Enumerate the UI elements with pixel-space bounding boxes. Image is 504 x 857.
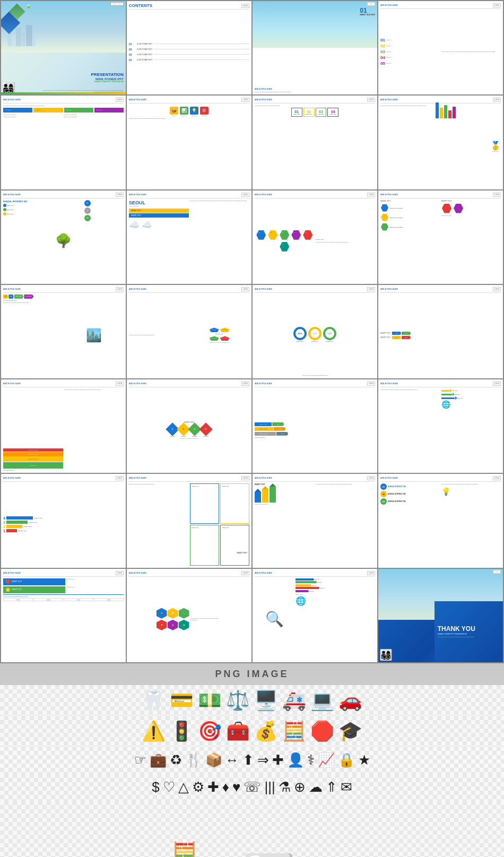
png-calculator-icon: 🧮 — [282, 720, 306, 742]
slide-24[interactable]: ADD A TITLE SLIDE LOGO 01 ASADAL INTERNE… — [378, 474, 503, 567]
slide-13[interactable]: ADD A TITLE SLIDE LOGO 01 02 03 TEXT 04 … — [1, 285, 126, 378]
thank-you-text: THANK YOU — [438, 626, 475, 633]
png-photo-area: 🧮 🚨 🛑 🪙 💰 👨‍👩‍👧 🍃 🌿 — [0, 801, 504, 857]
slide-16[interactable]: ADD A TITLE SLIDE LOGO INSERT TEXT TEXT … — [378, 285, 503, 378]
png-toolbox-icon: 🧰 — [226, 720, 250, 742]
slide-thank-you[interactable]: 👨‍👩‍👧‍👦 THANK YOU ASADAL POWER PPT PRESE… — [378, 569, 503, 662]
slide-10[interactable]: ADD A TITLE SLIDE LOGO SEOUL Click to ad… — [127, 191, 251, 284]
slide-2-logo: LOGO — [241, 4, 249, 8]
icon-star: ★ — [358, 752, 370, 768]
slide-9[interactable]: ADD A TITLE SLIDE LOGO ASADAL INTERNET I… — [1, 191, 126, 284]
slide-3-add-title: ADD A TITLE SLIDE — [255, 88, 375, 90]
icon-bag: 💼 — [150, 752, 167, 768]
icon-person: 👤 — [287, 752, 304, 768]
outline-icon-11: ⊕ — [294, 779, 306, 795]
icon-recycle: ♻ — [170, 752, 182, 768]
icon-fork-knife: 🍴 — [185, 752, 202, 768]
png-tooth-icon: 🦷 — [142, 689, 166, 712]
slide-11[interactable]: ADD A TITLE SLIDE LOGO 01 02 03 04 05 06… — [253, 191, 377, 284]
slide-19[interactable]: ADD A TITLE SLIDE LOGO INSERT TEXT TEXT … — [253, 379, 377, 473]
thank-you-brand: ASADAL POWER PPT PRESENTATION — [438, 633, 467, 635]
outline-icon-2: ♡ — [163, 779, 175, 795]
icon-flow: ⇒ — [257, 752, 269, 768]
slide-3-logo: LOGO — [367, 2, 375, 6]
png-scale-icon: ⚖️ — [226, 689, 250, 712]
hero-title: PRESENTATION — [91, 73, 124, 77]
slide-3[interactable]: LOGO 01 INSERT TITLE TEXT ADD A TITLE SL… — [253, 1, 377, 94]
icon-hand: ☞ — [134, 752, 146, 768]
outline-icon-8: ☏ — [244, 779, 261, 795]
png-people-figure: 👨‍👩‍👧 — [242, 852, 296, 857]
slide-6[interactable]: ADD A TITLE SLIDE LOGO 📦 ADD TEXT 📊 ADD … — [127, 96, 251, 189]
contents-item-1: 01 CLICK TO ADD TEXT — [129, 42, 249, 46]
outline-icon-5: ✚ — [207, 779, 219, 795]
png-calc-item: 🧮 🚨 🛑 — [171, 841, 198, 857]
icon-plus: ✚ — [272, 752, 284, 768]
slide-25[interactable]: ADD A TITLE SLIDE LOGO ❤️ INSERT TEXT Lo… — [1, 569, 126, 662]
png-creditcard-icon: 💳 — [170, 689, 194, 712]
icon-chart: 📈 — [318, 752, 335, 768]
slide-5[interactable]: ADD A TITLE SLIDE LOGO Lorem ipsum dolor… — [1, 96, 126, 189]
slide-7[interactable]: ADD A TITLE SLIDE LOGO Lorem ipsum dolor… — [253, 96, 377, 189]
png-section-title: PNG IMAGE — [0, 669, 504, 680]
png-traffic-icon: 🚦 — [170, 720, 194, 742]
icon-arrow-up: ⬆ — [242, 752, 254, 768]
slide-3-insert-title: INSERT TITLE TEXT — [360, 14, 375, 16]
slide-18[interactable]: ADD A TITLE SLIDE LOGO INSERT TEXT 01 AD… — [127, 379, 251, 473]
slide-contents[interactable]: CONTENTS LOGO 01 CLICK TO ADD TEXT 02 CL… — [127, 1, 251, 94]
slide-17[interactable]: ADD A TITLE SLIDE LOGO INSERT TITLE TEXT… — [1, 379, 126, 473]
contents-item-2: 02 CLICK TO ADD TEXT — [129, 48, 249, 51]
png-money-icon: 💵 — [198, 689, 222, 712]
icon-medical: ⚕ — [307, 752, 315, 768]
main-container: 🍃 INSERT LOGO 👨‍👩‍👧‍👦 PRESENTATION WIDE … — [0, 0, 504, 857]
outline-icon-4: ⚙ — [192, 779, 204, 795]
slide-hero[interactable]: 🍃 INSERT LOGO 👨‍👩‍👧‍👦 PRESENTATION WIDE … — [1, 1, 126, 94]
png-line-icons: ☞ 💼 ♻ 🍴 📦 ↔ ⬆ ⇒ ✚ 👤 ⚕ 📈 🔒 ★ — [0, 747, 504, 774]
outline-icon-13: ⇑ — [326, 779, 337, 795]
slide-14[interactable]: ADD A TITLE SLIDE LOGO Lorem ipsum dolor… — [127, 285, 251, 378]
outline-icon-14: ✉ — [341, 779, 352, 795]
png-row-1: 🦷 💳 💵 ⚖️ 🖥️ 🚑 💻 🚗 — [0, 685, 504, 716]
hero-brand: ASADAL POWER PPT PRESENTATION — [91, 81, 124, 83]
png-ambulance-icon: 🚑 — [282, 689, 306, 712]
png-stop-icon: 🛑 — [310, 720, 334, 742]
slide-20[interactable]: ADD A TITLE SLIDE LOGO Lorem ipsum dolor… — [378, 379, 503, 473]
slide-22[interactable]: ADD A TITLE SLIDE LOGO Lorem ipsum dolor… — [127, 474, 251, 567]
png-server-icon: 🖥️ — [254, 689, 278, 712]
slide-27[interactable]: ADD A TITLE SLIDE LOGO 🔍 TEXT 01 — [253, 569, 377, 662]
outline-icon-12: ☁ — [309, 779, 323, 795]
icon-lock: 🔒 — [338, 752, 355, 768]
png-outline-icons: $ ♡ △ ⚙ ✚ ♦ ♥ ☏ ||| ⚗ ⊕ ☁ ⇑ ✉ — [0, 774, 504, 801]
slide-26[interactable]: ADD A TITLE SLIDE LOGO 📦 📊 🔧 💡 🎯 — [127, 569, 251, 662]
slide-21[interactable]: ADD A TITLE SLIDE LOGO 4 INSERT TEXT 3 I… — [1, 474, 126, 567]
png-car-icon: 🚗 — [338, 689, 362, 712]
png-section: PNG IMAGE 🦷 💳 💵 ⚖️ 🖥️ 🚑 💻 🚗 ⚠️ 🚦 🎯 🧰 💰 🧮… — [0, 663, 504, 857]
slide-2-title: CONTENTS — [129, 3, 152, 8]
contents-item-4: 04 CLICK TO ADD TEXT — [129, 58, 249, 62]
slide-23[interactable]: ADD A TITLE SLIDE LOGO INSERT TEXT — [253, 474, 377, 567]
outline-icon-3: △ — [178, 779, 189, 795]
slide-2-header: CONTENTS LOGO — [129, 3, 249, 10]
outline-icon-9: ||| — [264, 779, 275, 795]
thank-you-logo: LOGO — [493, 570, 501, 574]
png-cap-icon: 🎓 — [338, 720, 362, 742]
png-row-2: ⚠️ 🚦 🎯 🧰 💰 🧮 🛑 🎓 — [0, 716, 504, 747]
slide-grid: 🍃 INSERT LOGO 👨‍👩‍👧‍👦 PRESENTATION WIDE … — [0, 0, 504, 663]
icon-arrows: ↔ — [225, 752, 239, 768]
contents-item-3: 03 CLICK TO ADD TEXT — [129, 53, 249, 56]
slide-8[interactable]: ADD A TITLE SLIDE LOGO Lorem ipsum dolor… — [378, 96, 503, 189]
png-dollar-icon: 💰 — [254, 720, 278, 742]
slide-12[interactable]: ADD A TITLE SLIDE LOGO INSERT TEXT INSER… — [378, 191, 503, 284]
outline-icon-10: ⚗ — [279, 779, 291, 795]
slide-4-header: ADD A TITLE SLIDE LOGO — [380, 3, 501, 9]
icon-cube: 📦 — [205, 752, 222, 768]
slide-4[interactable]: ADD A TITLE SLIDE LOGO 01 ADD TEXT 02 AD… — [378, 1, 503, 94]
png-laptop-icon: 💻 — [310, 689, 334, 712]
png-warning-icon: ⚠️ — [142, 720, 166, 742]
slide-15[interactable]: ADD A TITLE SLIDE LOGO 40% INSERT TEXT 5… — [253, 285, 377, 378]
hero-subtitle: WIDE POWER PPT — [91, 77, 124, 81]
png-target-icon: 🎯 — [198, 720, 222, 742]
outline-icon-6: ♦ — [222, 779, 229, 795]
insert-logo: INSERT LOGO — [110, 2, 124, 6]
outline-icon-7: ♥ — [232, 779, 240, 795]
